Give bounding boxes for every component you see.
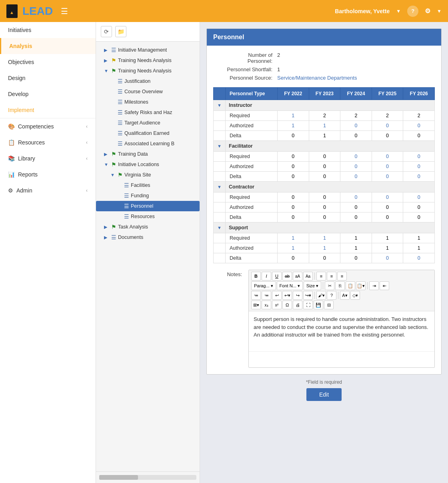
help-editor-button[interactable]: ?	[327, 291, 336, 300]
sidebar-item-reports[interactable]: 📊 Reports	[0, 166, 96, 182]
underline-button[interactable]: U	[272, 272, 282, 281]
tree-item-facilities[interactable]: ☰ Facilities	[96, 180, 200, 190]
tree-item-initiative-mgmt[interactable]: ▶ ☰ Initiative Management	[96, 45, 200, 55]
undo-button[interactable]: ↩	[272, 291, 282, 300]
font-color-button[interactable]: A▾	[340, 291, 350, 300]
contractor-required-fy2025[interactable]: 0	[372, 192, 403, 202]
sidebar-item-competencies[interactable]: 🎨 Competencies ‹	[0, 118, 96, 134]
instructor-expand[interactable]	[214, 100, 226, 111]
expand-tna-1[interactable]: ▶	[104, 58, 110, 63]
support-delta-fy2025[interactable]: 0	[372, 253, 403, 263]
facilitator-required-fy2026[interactable]: 0	[403, 152, 435, 162]
folder-button[interactable]: 📁	[115, 26, 126, 37]
support-required-fy2022[interactable]: 1	[278, 233, 309, 243]
tree-item-tna-1[interactable]: ▶ ⚑ Training Needs Analysis	[96, 55, 200, 66]
tree-item-initiative-locations[interactable]: ▼ ⚑ Initiative Locations	[96, 159, 200, 170]
fullscreen-button[interactable]: ⛶	[303, 301, 313, 309]
ordered-list-button[interactable]: ≔	[262, 291, 271, 300]
redo-options-dropdown[interactable]: ↪▾	[303, 291, 313, 300]
unordered-list-button[interactable]: ≔	[251, 291, 261, 300]
table2-button[interactable]: ⊟	[324, 301, 334, 309]
expand-initiative-locations[interactable]: ▼	[104, 162, 110, 167]
support-required-fy2023[interactable]: 1	[309, 233, 340, 243]
paste-button[interactable]: 📋	[346, 281, 355, 290]
notes-content[interactable]: Support person is required to handle cou…	[249, 311, 434, 351]
facilitator-authorized-fy2024[interactable]: 0	[340, 162, 372, 172]
support-delta-fy2026[interactable]: 0	[403, 253, 435, 263]
instructor-authorized-fy2023[interactable]: 1	[309, 121, 340, 131]
facilitator-authorized-fy2026[interactable]: 0	[403, 162, 435, 172]
instructor-required-fy2022[interactable]: 1	[278, 111, 309, 121]
settings-icon[interactable]: ⚙	[425, 7, 430, 15]
facilitator-required-fy2024[interactable]: 0	[340, 152, 372, 162]
sidebar-item-initiatives[interactable]: Initiatives	[0, 22, 96, 38]
sidebar-item-resources[interactable]: 📋 Resources ‹	[0, 134, 96, 150]
align-left-button[interactable]: ≡	[316, 272, 326, 281]
sidebar-item-admin[interactable]: ⚙ Admin ‹	[0, 182, 96, 198]
expand-training-data[interactable]: ▶	[104, 152, 110, 157]
sidebar-item-develop[interactable]: Develop	[0, 86, 96, 102]
bold-button[interactable]: B	[251, 272, 261, 281]
tree-item-qualification-earned[interactable]: ☰ Qualification Earned	[96, 128, 200, 138]
tree-scrollbar-area[interactable]	[96, 471, 200, 483]
sidebar-item-implement[interactable]: Implement	[0, 102, 96, 118]
facilitator-required-fy2025[interactable]: 0	[372, 152, 403, 162]
undo-options-dropdown[interactable]: ↩▾	[282, 291, 292, 300]
user-name[interactable]: Bartholomew, Yvette	[335, 8, 390, 14]
facilitator-delta-fy2026[interactable]: 0	[403, 172, 435, 182]
contractor-required-fy2026[interactable]: 0	[403, 192, 435, 202]
tree-item-milestones[interactable]: ☰ Milestones	[96, 97, 200, 107]
expand-task-analysis[interactable]: ▶	[104, 224, 110, 230]
symbol-button[interactable]: Ω	[282, 301, 292, 309]
tree-item-documents[interactable]: ▶ ☰ Documents	[96, 232, 200, 243]
tree-item-training-data[interactable]: ▶ ⚑ Training Data	[96, 149, 200, 159]
contractor-expand[interactable]	[214, 182, 226, 192]
help-button[interactable]: ?	[407, 6, 418, 17]
tree-scrollbar[interactable]	[99, 475, 196, 480]
font-size-dropdown[interactable]: Size ▾	[304, 281, 321, 290]
save-editor-button[interactable]: 💾	[314, 301, 323, 309]
contractor-required-fy2024[interactable]: 0	[340, 192, 372, 202]
tree-item-funding[interactable]: ☰ Funding	[96, 190, 200, 201]
support-authorized-fy2022[interactable]: 1	[278, 243, 309, 253]
subscript-button[interactable]: x₂	[262, 301, 271, 309]
sidebar-item-design[interactable]: Design	[0, 70, 96, 86]
paste-options-dropdown[interactable]: 📋▾	[356, 281, 366, 290]
superscript-button[interactable]: x²	[272, 301, 282, 309]
format-paint-button[interactable]: 🖌▾	[316, 291, 326, 300]
settings-dropdown-arrow[interactable]: ▼	[437, 8, 442, 14]
support-expand[interactable]	[214, 222, 226, 233]
align-center-button[interactable]: ≡	[327, 272, 336, 281]
facilitator-authorized-fy2025[interactable]: 0	[372, 162, 403, 172]
support-authorized-fy2023[interactable]: 1	[309, 243, 340, 253]
highlight-button[interactable]: ◇▾	[350, 291, 360, 300]
sidebar-item-analysis[interactable]: Analysis	[0, 38, 96, 54]
expand-virginia-site[interactable]: ▼	[110, 172, 116, 177]
facilitator-expand[interactable]	[214, 141, 226, 152]
tree-item-course-overview[interactable]: ☰ Course Overview	[96, 86, 200, 97]
tree-item-associated-learning[interactable]: ☰ Associated Learning B	[96, 138, 200, 149]
tree-item-task-analysis[interactable]: ▶ ⚑ Task Analysis	[96, 222, 200, 232]
edit-button[interactable]: Edit	[306, 388, 342, 401]
facilitator-delta-fy2024[interactable]: 0	[340, 172, 372, 182]
instructor-authorized-fy2024[interactable]: 0	[340, 121, 372, 131]
uppercase-button[interactable]: aA	[293, 272, 302, 281]
paragraph-dropdown[interactable]: Parag... ▾	[251, 281, 276, 290]
strikethrough-button[interactable]: ab	[282, 272, 292, 281]
sidebar-item-library[interactable]: 📚 Library ‹	[0, 150, 96, 166]
expand-documents[interactable]: ▶	[104, 235, 110, 240]
tree-item-target-audience[interactable]: ☰ Target Audience	[96, 118, 200, 128]
tree-item-virginia-site[interactable]: ▼ ⚑ Virginia Site	[96, 170, 200, 180]
align-right-button[interactable]: ≡	[337, 272, 347, 281]
expand-tna-2[interactable]: ▼	[104, 68, 110, 73]
expand-initiative-mgmt[interactable]: ▶	[104, 48, 110, 53]
redo-button[interactable]: ↪	[293, 291, 302, 300]
instructor-authorized-fy2022[interactable]: 1	[278, 121, 309, 131]
tree-item-tna-2[interactable]: ▼ ⚑ Training Needs Analysis	[96, 66, 200, 76]
table-button[interactable]: ⊞▾	[251, 301, 261, 309]
tree-item-justification[interactable]: ☰ Justification	[96, 76, 200, 86]
history-button[interactable]: ⟳	[101, 26, 112, 37]
capitalize-button[interactable]: Aa	[303, 272, 313, 281]
cut-button[interactable]: ✂	[325, 281, 334, 290]
italic-button[interactable]: I	[262, 272, 271, 281]
